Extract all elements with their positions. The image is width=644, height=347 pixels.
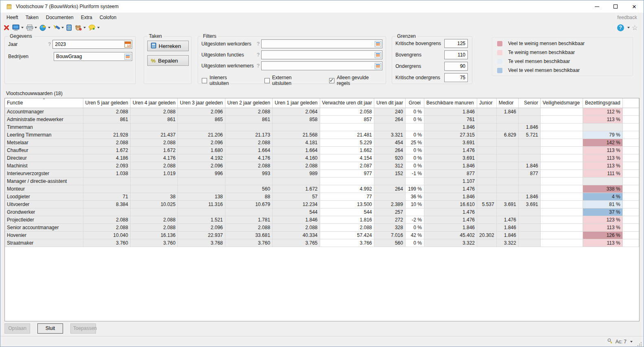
cell-u5[interactable]: 2.088 [83,223,130,231]
cell-u5[interactable]: 1.672 [83,146,130,154]
cell-veilig[interactable] [540,177,583,185]
status-dropdown-icon[interactable] [630,341,633,343]
cell-medior[interactable]: 6.829 [496,131,518,139]
cell-bez[interactable] [583,177,622,185]
cell-udj[interactable]: 272 [374,216,405,223]
cell-u5[interactable]: 2.088 [83,139,130,146]
cell-filler[interactable] [622,216,639,223]
calendar-icon[interactable]: 12 [124,41,131,48]
cell-functie[interactable]: Projectleider [5,216,83,223]
cell-medior[interactable]: 1.476 [496,216,518,223]
menu-heeft[interactable]: Heeft [3,15,22,20]
cell-u5[interactable]: 861 [83,115,130,123]
cell-u1[interactable]: 2.064 [273,108,320,115]
cell-bez[interactable]: 4 % [583,193,622,200]
toepassen-button[interactable]: Toepassen [70,323,96,334]
column-header-besch[interactable]: Beschikbare manuren [424,98,477,108]
cell-u1[interactable]: 1.846 [273,216,320,223]
cell-filler[interactable] [622,169,639,177]
cell-u3[interactable]: 996 [178,169,225,177]
column-header-filler[interactable] [622,98,639,108]
cell-u1[interactable]: 40.334 [273,231,320,239]
cell-senior[interactable] [518,223,540,231]
column-header-bez[interactable]: Bezettingsgraad [583,98,622,108]
cell-veilig[interactable] [540,108,583,115]
cell-u1[interactable]: 57 [273,193,320,200]
table-row[interactable]: Straatmaker3.7603.7603.7683.7603.7653.76… [5,239,639,247]
cell-u5[interactable] [83,185,130,193]
cell-verw[interactable] [320,123,374,131]
cell-u1[interactable]: 2.088 [273,162,320,169]
cell-besch[interactable]: 1.846 [424,193,477,200]
cell-medior[interactable]: 3.322 [496,239,518,247]
cell-u4[interactable]: 1.019 [130,169,177,177]
cell-u5[interactable] [83,208,130,216]
cell-functie[interactable]: Straatmaker [5,239,83,247]
cell-bez[interactable]: 338 % [583,185,622,193]
cell-besch[interactable]: 1.476 [424,208,477,216]
column-header-junior[interactable]: Junior [477,98,496,108]
uitgesloten-werkorders-input[interactable] [264,40,374,48]
kritische-ondergrens-field[interactable] [444,73,468,82]
cell-junior[interactable] [477,185,496,193]
cell-udj[interactable]: 2.389 [374,200,405,208]
cell-functie[interactable]: Grondwerker [5,208,83,216]
bovengrens-field[interactable] [444,50,468,59]
cell-medior[interactable]: 3.691 [496,200,518,208]
cell-verw[interactable]: 57.424 [320,231,374,239]
cell-filler[interactable] [622,146,639,154]
menu-colofon[interactable]: Colofon [96,15,120,20]
cell-udj[interactable]: 264 [374,185,405,193]
cell-udj[interactable]: 3.321 [374,131,405,139]
column-header-senior[interactable]: Senior [518,98,540,108]
cell-u1[interactable]: 4.160 [273,154,320,162]
cell-udj[interactable]: 240 [374,108,405,115]
kritische-bovengrens-input[interactable] [447,40,467,47]
cell-veilig[interactable] [540,131,583,139]
cell-junior[interactable] [477,239,496,247]
cell-medior[interactable] [496,154,518,162]
cell-verw[interactable]: 977 [320,169,374,177]
cell-u2[interactable]: 3.760 [225,239,272,247]
cell-u2[interactable] [225,208,272,216]
printer-icon[interactable] [25,23,38,33]
cell-verw[interactable]: 21.481 [320,131,374,139]
cell-filler[interactable] [622,193,639,200]
cell-filler[interactable] [622,154,639,162]
cell-besch[interactable]: 1.476 [424,146,477,154]
cell-u4[interactable]: 2.088 [130,162,177,169]
cell-udj[interactable]: 920 [374,154,405,162]
cell-u5[interactable]: 2.088 [83,216,130,223]
cell-u1[interactable]: 4.181 [273,139,320,146]
externen-uitsluiten-checkbox[interactable] [264,78,270,83]
cell-senior[interactable]: 1.846 [518,123,540,131]
cell-veilig[interactable] [540,123,583,131]
cell-junior[interactable]: 5.537 [477,200,496,208]
cell-verw[interactable]: 4.992 [320,185,374,193]
cell-junior[interactable] [477,146,496,154]
cell-junior[interactable] [477,139,496,146]
cell-u1[interactable] [273,177,320,185]
cell-medior[interactable] [496,177,518,185]
cell-groei[interactable]: 0 % [405,115,424,123]
cell-junior[interactable] [477,115,496,123]
feedback-balloon-icon[interactable] [87,23,101,33]
cell-besch[interactable]: 1.476 [424,185,477,193]
cell-u4[interactable] [130,177,177,185]
list-icon[interactable] [375,52,381,58]
table-row[interactable]: Projectleider2.0882.0881.5211.7811.8461.… [5,216,639,223]
cell-groei[interactable]: 0 % [405,154,424,162]
cell-u4[interactable] [130,185,177,193]
cell-udj[interactable]: 264 [374,146,405,154]
cell-functie[interactable]: Hovenier [5,231,83,239]
cell-functie[interactable]: Leerling Timmerman [5,131,83,139]
cell-u1[interactable]: 3.765 [273,239,320,247]
cell-bez[interactable]: 79 % [583,131,622,139]
column-header-groei[interactable]: Groei [405,98,424,108]
cell-functie[interactable]: Administratie medewerker [5,115,83,123]
cell-senior[interactable]: 5.721 [518,131,540,139]
table-row[interactable]: Interieurverzorgster1.0381.0199969939899… [5,169,639,177]
cell-groei[interactable]: 25 % [405,139,424,146]
cell-u2[interactable]: 2.088 [225,162,272,169]
column-header-medior[interactable]: Medior [496,98,518,108]
